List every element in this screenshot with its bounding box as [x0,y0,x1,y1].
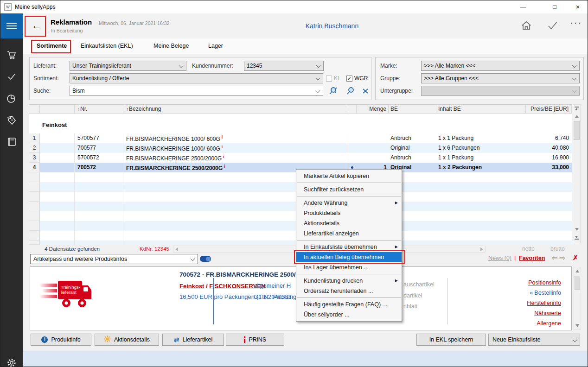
in-ekl-speichern-button[interactable]: In EKL speichern [416,334,486,346]
marke-dropdown[interactable]: >>> Alle Marken <<< [421,61,580,71]
productinfo-toggle[interactable] [200,256,211,262]
news-link[interactable]: News (0) [488,255,511,261]
confirm-check-icon[interactable] [546,19,559,32]
scroll-left-icon[interactable] [175,247,178,251]
table-row[interactable]: 1 5700577 FR.BISMARCKHERINGE 1000/ 600Gi… [29,133,572,143]
column-header-be[interactable]: BE [389,105,436,113]
filter-panel-left: Lieferant: Unser Trainingslieferant Kund… [29,57,371,100]
table-row[interactable]: 3 5700572 FR.BISMARCKHERINGE 2500/2000Gi… [29,153,572,163]
kl-checkbox[interactable] [326,76,332,82]
book-icon[interactable] [6,136,17,147]
allergene-link[interactable]: Allergene [537,320,561,327]
scroll-pin-bottom-icon[interactable] [575,235,579,240]
info-marker-icon[interactable]: i [223,154,224,159]
menu-separator [297,240,401,240]
produktinfo-button[interactable]: ! Produktinfo [31,334,91,346]
herstellerinfo-link[interactable]: Herstellerinfo [527,300,561,306]
bestellinfo-link[interactable]: » Bestellinfo [530,290,561,296]
scroll-down-icon[interactable] [575,324,579,327]
menu-item-kundenlistung-drucken[interactable]: Kundenlistung drucken▶ [296,276,402,286]
page-header: ← Reklamation Mittwoch, 06. Januar 2021 … [23,13,588,38]
tag-icon[interactable] [6,114,17,126]
more-options-icon[interactable]: ··· [570,17,582,28]
brutto-toggle[interactable]: brutto [550,246,565,252]
column-header-nr[interactable]: ↑Nr. [75,105,123,113]
menu-item-ueber-sellyorder[interactable]: Über sellyorder ... [296,310,402,320]
chevron-down-icon [316,89,320,93]
positionsinfo-link[interactable]: Positionsinfo [528,279,561,286]
scrollbar-thumb[interactable] [575,276,580,290]
cart-icon[interactable] [6,49,17,60]
scroll-down-icon[interactable] [575,228,579,231]
scrollbar-thumb[interactable] [574,121,580,140]
menu-item-markierte-artikel-kopieren[interactable]: Markierte Artikel kopieren [296,171,402,181]
menu-item-suchfilter-zuruecksetzen[interactable]: Suchfilter zurücksetzen [296,184,402,195]
sortiment-label: Sortiment: [33,75,59,82]
menu-item-lieferartikel-anzeigen[interactable]: Lieferartikel anzeigen [296,228,402,239]
maximize-button[interactable]: □ [548,2,562,12]
search-input[interactable]: Bism [70,86,323,96]
lieferartikel-button[interactable]: ⇄ Lieferartikel [162,334,224,346]
cell-nr: 5700577 [75,133,123,143]
lieferant-dropdown[interactable]: Unser Trainingslieferant [70,61,186,71]
gruppe-dropdown[interactable]: >>> Alle Gruppen <<< [421,73,580,83]
naehrwerte-link[interactable]: Nährwerte [534,310,561,316]
detail-categories: Feinkost / FISCHKONSERVEN [179,283,265,290]
column-header-menge[interactable]: Menge [357,105,389,113]
column-header-inhalt[interactable]: Inhalt BE [436,105,526,113]
wgr-checkbox[interactable]: ✓ [346,76,352,82]
menu-item-ins-lager-uebernehmen[interactable]: Ins Lager übernehmen ... [296,262,402,272]
menu-item-in-aktuellen-beleg-uebernehmen[interactable]: In aktuellen Beleg übernehmen [296,252,402,262]
menu-item-aktionsdetails[interactable]: Aktionsdetails [296,218,402,228]
menu-item-produktdetails[interactable]: Produktdetails [296,208,402,218]
scroll-right-icon[interactable] [480,247,483,251]
menu-item-ordersatz-herunterladen[interactable]: Ordersatz herunterladen ... [296,286,402,296]
hamburger-menu-button[interactable] [0,13,23,38]
menu-item-in-einkaufsliste-uebernehmen[interactable]: In Einkaufsliste übernehmen▶ [296,242,402,252]
sortiment-dropdown[interactable]: Kundenlistung / Offerte [70,73,323,83]
back-button[interactable]: ← [26,17,47,35]
search-new-icon[interactable] [328,86,338,98]
menu-item-faq[interactable]: Häufig gestellte Fragen (FAQ) ... [296,299,402,310]
pie-chart-icon[interactable] [6,93,17,104]
scroll-up-icon[interactable] [575,115,579,118]
table-vertical-scrollbar[interactable] [573,104,581,243]
search-icon[interactable] [345,86,356,98]
nav-right-icon[interactable]: ⇨ [559,254,567,262]
info-marker-icon[interactable]: i [222,145,223,149]
checkmark-icon[interactable] [6,71,17,82]
kundennummer-dropdown[interactable]: 12345 [244,61,324,71]
nav-left-icon[interactable]: ⇦ [551,254,559,262]
table-row[interactable]: 2 700577 FR.BISMARCKHERINGE 1000/ 600Gi … [29,143,572,153]
minimize-button[interactable]: — [516,2,530,12]
prins-button[interactable]: PRiNS [226,334,284,346]
close-panel-icon[interactable]: ✗ [573,254,578,261]
column-header-bezeichnung[interactable]: ↑Bezeichnung [123,105,348,113]
tab-lager[interactable]: Lager [208,43,223,49]
menu-item-andere-waehrung[interactable]: Andere Währung▶ [296,198,402,208]
clear-search-icon[interactable] [361,86,370,97]
category-link-feinkost[interactable]: Feinkost [179,283,204,290]
neue-einkaufsliste-dropdown[interactable]: Neue Einkaufsliste [488,334,580,346]
netto-toggle[interactable]: netto [522,246,535,252]
info-marker-icon[interactable]: i [224,164,225,169]
scroll-pin-top-icon[interactable] [575,107,579,111]
detail-vertical-scrollbar[interactable] [574,267,581,330]
cell-bezeichnung: FR.BISMARCKHERINGE 1000/ 600Gi [123,133,348,143]
productinfo-dropdown[interactable]: Artikelpass und weitere Produktinfos [30,254,198,264]
info-marker-icon[interactable]: i [222,135,223,139]
detail-gtin: GTIN: 040333 [254,293,292,300]
scroll-up-icon[interactable] [575,270,579,272]
aktionsdetails-button[interactable]: Aktionsdetails [95,334,159,346]
tab-sortimente[interactable]: Sortimente [37,43,67,49]
kl-checkbox-label: KL [334,75,341,82]
column-header-preis[interactable]: Preis/BE [EUR] [526,105,572,113]
tab-einkaufslisten[interactable]: Einkaufslisten (EKL) [81,43,133,49]
close-button[interactable]: × [571,2,585,12]
settings-gear-icon[interactable] [6,357,17,367]
favoriten-link[interactable]: Favoriten [519,255,545,261]
home-icon[interactable] [520,19,533,32]
in-ekl-label: In EKL speichern [429,336,473,343]
tab-meine-belege[interactable]: Meine Belege [153,43,189,49]
logo-text-line2: lieferant [61,290,77,295]
